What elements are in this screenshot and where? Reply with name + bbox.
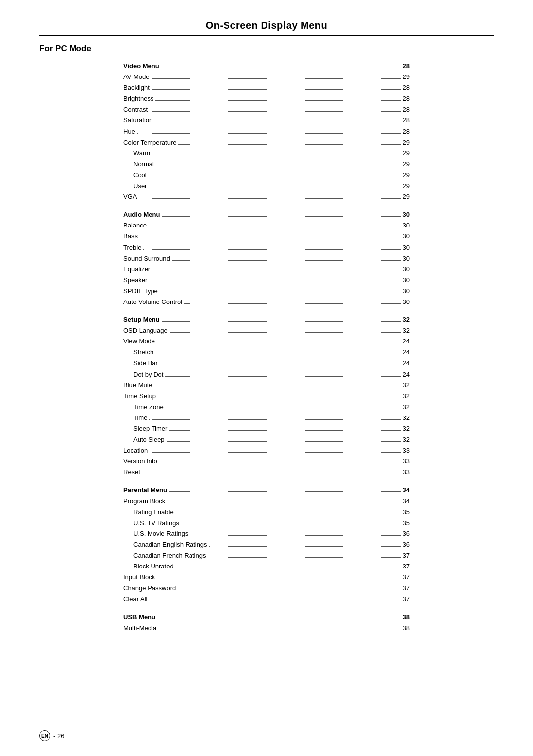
toc-page: 33 xyxy=(403,467,410,478)
toc-dots xyxy=(157,579,400,579)
toc-dots xyxy=(167,503,400,503)
toc-label: Side Bar xyxy=(123,358,158,369)
toc-label: Sound Surround xyxy=(123,253,170,264)
toc-page: 32 xyxy=(403,402,410,413)
toc-label: View Mode xyxy=(123,336,155,347)
toc-page: 24 xyxy=(403,347,410,358)
toc-row: Treble30 xyxy=(123,242,410,253)
toc-label: Multi-Media xyxy=(123,623,156,634)
toc-label: Backlight xyxy=(123,82,150,93)
toc-dots xyxy=(149,282,400,282)
toc-page: 35 xyxy=(403,518,410,529)
toc-label: Bass xyxy=(123,231,138,242)
toc-dots xyxy=(150,111,400,112)
toc-row: Multi-Media38 xyxy=(123,623,410,634)
toc-label: Hue xyxy=(123,126,135,137)
toc-label: Color Temperature xyxy=(123,137,176,148)
toc-label: Clear All xyxy=(123,594,147,605)
toc-label: USB Menu xyxy=(123,612,155,623)
toc-label: OSD Language xyxy=(123,325,168,336)
toc-dots xyxy=(208,557,400,558)
toc-label: U.S. TV Ratings xyxy=(123,518,179,529)
toc-dots xyxy=(150,452,400,453)
toc-label: Auto Sleep xyxy=(123,434,165,445)
toc-row: Setup Menu32 xyxy=(123,314,410,325)
toc-page: 35 xyxy=(403,507,410,518)
toc-label: Treble xyxy=(123,242,141,253)
footer-badge: EN xyxy=(39,730,50,741)
toc-row: Balance30 xyxy=(123,220,410,231)
toc-page: 29 xyxy=(403,159,410,170)
toc-row: User29 xyxy=(123,181,410,191)
toc-dots xyxy=(152,271,400,271)
toc-label: Time xyxy=(123,413,147,423)
toc-page: 37 xyxy=(403,561,410,572)
toc-label: Canadian French Ratings xyxy=(123,550,206,561)
toc-label: Saturation xyxy=(123,115,152,126)
toc-label: Normal xyxy=(123,159,154,170)
toc-label: Dot by Dot xyxy=(123,369,163,380)
toc-page: 29 xyxy=(403,148,410,159)
toc-dots xyxy=(142,474,401,474)
toc-row: Bass30 xyxy=(123,231,410,242)
toc-row: Change Password37 xyxy=(123,583,410,594)
toc-page: 33 xyxy=(403,456,410,467)
toc-page: 37 xyxy=(403,550,410,561)
toc-page: 28 xyxy=(403,104,410,115)
toc-dots xyxy=(162,216,400,217)
toc-page: 30 xyxy=(403,253,410,264)
toc-page: 38 xyxy=(403,623,410,634)
toc-row: Location33 xyxy=(123,445,410,456)
toc-row: Time Setup32 xyxy=(123,391,410,402)
toc-label: Reset xyxy=(123,467,140,478)
toc-page: 29 xyxy=(403,191,410,202)
toc-page: 30 xyxy=(403,242,410,253)
toc-label: Canadian English Ratings xyxy=(123,539,207,550)
toc-section-gap xyxy=(123,478,410,485)
toc-dots xyxy=(169,430,400,431)
toc-label: Contrast xyxy=(123,104,148,115)
toc-page: 30 xyxy=(403,264,410,275)
toc-dots xyxy=(157,343,400,343)
toc-page: 34 xyxy=(403,496,410,507)
toc-page: 24 xyxy=(403,336,410,347)
toc-label: Equalizer xyxy=(123,264,150,275)
toc-label: Warm xyxy=(123,148,150,159)
toc-label: Change Password xyxy=(123,583,176,594)
toc-page: 30 xyxy=(403,275,410,286)
toc-row: Canadian English Ratings36 xyxy=(123,539,410,550)
toc-label: Video Menu xyxy=(123,61,159,72)
toc-row: Normal29 xyxy=(123,159,410,170)
toc-label: Block Unrated xyxy=(123,561,174,572)
toc-row: Rating Enable35 xyxy=(123,507,410,518)
toc-dots xyxy=(149,177,401,177)
toc-dots xyxy=(149,188,400,188)
toc-page: 24 xyxy=(403,369,410,380)
toc-row: Sleep Timer32 xyxy=(123,423,410,434)
toc-dots xyxy=(160,365,401,365)
toc-label: Parental Menu xyxy=(123,485,167,495)
toc-row: Stretch24 xyxy=(123,347,410,358)
toc-dots xyxy=(158,630,400,630)
toc-page: 29 xyxy=(403,170,410,181)
toc-page: 28 xyxy=(403,93,410,104)
toc-page: 32 xyxy=(403,314,410,325)
toc-page: 28 xyxy=(403,115,410,126)
toc-page: 29 xyxy=(403,137,410,148)
toc-dots xyxy=(161,68,401,68)
toc-label: Input Block xyxy=(123,572,155,583)
toc-row: U.S. TV Ratings35 xyxy=(123,518,410,529)
toc-dots xyxy=(155,100,400,101)
toc-section-gap xyxy=(123,202,410,209)
toc-label: Auto Volume Control xyxy=(123,297,182,307)
toc-row: USB Menu38 xyxy=(123,612,410,623)
toc-section-gap xyxy=(123,307,410,314)
toc-page: 37 xyxy=(403,583,410,594)
toc-row: Hue28 xyxy=(123,126,410,137)
toc-label: Audio Menu xyxy=(123,209,160,220)
toc-dots xyxy=(167,441,401,442)
toc-label: Brightness xyxy=(123,93,153,104)
toc-dots xyxy=(157,619,401,619)
toc-page: 32 xyxy=(403,391,410,402)
toc-dots xyxy=(172,260,401,261)
